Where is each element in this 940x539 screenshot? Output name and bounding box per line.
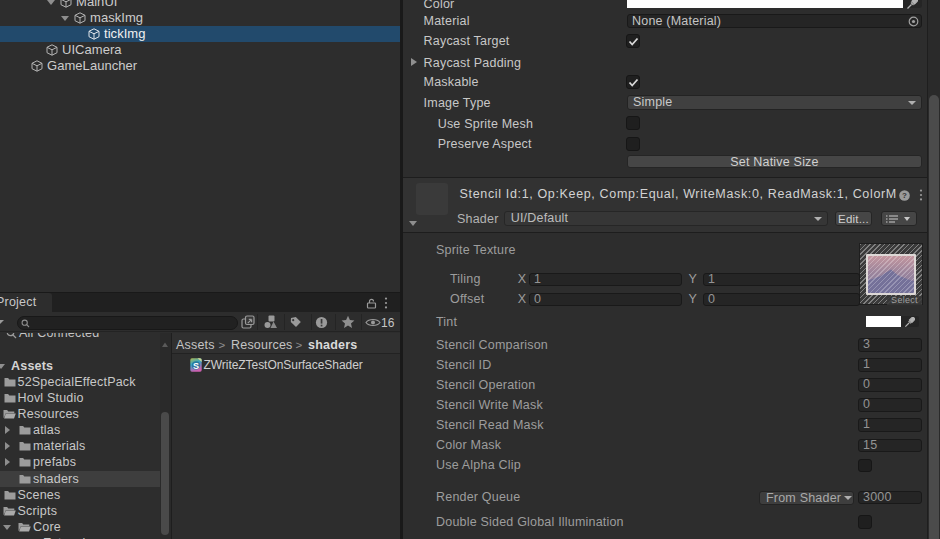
svg-text:?: ?	[902, 191, 907, 200]
svg-text:S: S	[193, 360, 199, 370]
